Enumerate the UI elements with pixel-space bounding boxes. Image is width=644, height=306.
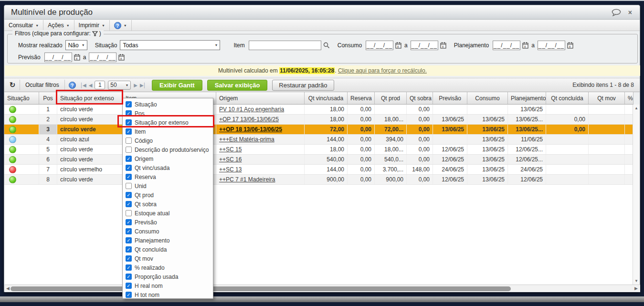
checked-checkbox-icon[interactable]: ✓ <box>126 165 132 171</box>
column-menu-item[interactable]: Estoque atual <box>123 209 213 218</box>
chevron-down-icon[interactable]: ▼ <box>124 24 127 27</box>
checked-checkbox-icon[interactable]: ✓ <box>126 101 132 107</box>
checked-checkbox-icon[interactable]: ✓ <box>126 283 132 289</box>
table-row[interactable]: 7círculo vermelho++SC 13144,000,003.700,… <box>4 165 633 175</box>
column-menu-item[interactable]: ✓Planejamento <box>123 236 213 245</box>
column-menu-item[interactable]: Descrição do produto/serviço <box>123 145 213 154</box>
column-header-consumo[interactable]: Consumo <box>467 92 508 105</box>
column-header-pos[interactable]: Pos <box>39 92 57 105</box>
checked-checkbox-icon[interactable]: ✓ <box>126 237 132 243</box>
page-number-input[interactable]: 1 <box>95 81 105 89</box>
menu-consultar[interactable]: Consultar▼ <box>4 20 43 31</box>
column-menu-item[interactable]: ✓H tot nom <box>123 290 213 299</box>
column-menu-item[interactable]: Unid <box>123 181 213 190</box>
column-header-qt_prod[interactable]: Qt prod <box>375 92 407 105</box>
scroll-up-icon[interactable]: ▲ <box>634 106 638 110</box>
calendar-icon[interactable]: 8 <box>522 42 528 49</box>
checked-checkbox-icon[interactable]: ✓ <box>126 174 132 180</box>
origem-link[interactable]: +OP 17 13/06-13/06/25 <box>219 116 279 123</box>
checked-checkbox-icon[interactable]: ✓ <box>126 192 132 198</box>
origem-link[interactable]: ++SC 16 <box>219 156 242 163</box>
origem-link[interactable]: ++SC 15 <box>219 146 242 153</box>
unchecked-checkbox-icon[interactable] <box>126 147 132 153</box>
close-icon[interactable]: × <box>628 9 632 16</box>
filter-funnel-icon[interactable] <box>92 31 98 36</box>
checked-checkbox-icon[interactable]: ✓ <box>126 255 132 262</box>
checked-checkbox-icon[interactable]: ✓ <box>126 274 132 280</box>
column-menu-item[interactable]: ✓Previsão <box>123 218 213 227</box>
column-menu-item[interactable]: ✓Qt sobra <box>123 200 213 209</box>
origem-link[interactable]: PV 10 #1 Aço engenharia <box>219 106 284 113</box>
help-icon[interactable]: ? <box>114 22 121 29</box>
column-menu-item[interactable]: ✓H real nom <box>123 281 213 290</box>
menu-help[interactable]: ?▼ <box>110 20 132 31</box>
unchecked-checkbox-icon[interactable] <box>126 183 132 189</box>
column-menu-item[interactable]: ✓Item <box>123 127 213 136</box>
calendar-icon[interactable]: 8 <box>440 42 446 49</box>
previsao-to-input[interactable]: __/__/__ <box>89 53 116 62</box>
origem-link[interactable]: ++PC 7 #1 Madeireira <box>219 176 275 183</box>
planejamento-to-input[interactable]: __/__/__ <box>538 41 565 50</box>
page-size-select[interactable]: 50▼ <box>108 81 131 90</box>
situacao-select[interactable]: Todas▼ <box>120 40 220 50</box>
column-header-origem[interactable]: Origem <box>216 92 305 105</box>
item-input[interactable] <box>249 41 321 50</box>
consumo-to-input[interactable]: __/__/__ <box>411 41 438 50</box>
first-page-icon[interactable]: │◀ <box>80 83 86 88</box>
horizontal-scroll-thumb[interactable] <box>11 286 511 291</box>
table-row[interactable]: 8círculo verde++PC 7 #1 Madeireira900,00… <box>4 175 633 185</box>
column-menu-item[interactable]: ✓Consumo <box>123 227 213 236</box>
column-menu-item[interactable]: ✓Reserva <box>123 172 213 181</box>
column-header-qt_vinc[interactable]: Qt vinc/usada <box>305 92 348 105</box>
scroll-down-icon[interactable]: ▼ <box>634 279 638 283</box>
mostrar-realizado-select[interactable]: Não▼ <box>65 40 87 50</box>
column-header-previsao[interactable]: Previsão <box>433 92 467 105</box>
calendar-icon[interactable]: 8 <box>567 42 573 49</box>
vertical-scrollbar[interactable]: ▲ ▼ <box>633 105 640 285</box>
column-header-planejamento[interactable]: Planejamento <box>508 92 546 105</box>
chat-icon[interactable] <box>612 9 622 16</box>
unchecked-checkbox-icon[interactable] <box>126 137 132 144</box>
origem-link[interactable]: ++SC 13 <box>219 166 242 173</box>
column-header-qt_mov[interactable]: Qt mov <box>589 92 625 105</box>
consumo-from-input[interactable]: __/__/__ <box>366 41 393 50</box>
help-icon[interactable]: ? <box>69 82 76 89</box>
column-header-situacao[interactable]: Situação <box>4 92 39 105</box>
table-row[interactable]: 1círculo verdePV 10 #1 Aço engenharia18,… <box>4 105 633 115</box>
column-header-qt_concluida[interactable]: Qt concluída <box>546 92 589 105</box>
origem-link[interactable]: +++Est Matéria-prima <box>219 136 274 143</box>
table-row[interactable]: 4círculo azul+++Est Matéria-prima144,000… <box>4 135 633 145</box>
table-row[interactable]: 6círculo verde++SC 16540,000,00540,0...0… <box>4 155 633 165</box>
column-menu-item[interactable]: ✓Qt vinc/usada <box>123 163 213 172</box>
table-row[interactable]: 3círculo verde++OP 18 13/06-13/06/2572,0… <box>4 125 633 135</box>
column-menu-item[interactable]: Código <box>123 136 213 145</box>
calendar-icon[interactable]: 8 <box>118 54 125 61</box>
checked-checkbox-icon[interactable]: ✓ <box>126 246 132 253</box>
checked-checkbox-icon[interactable]: ✓ <box>126 228 132 234</box>
checked-checkbox-icon[interactable]: ✓ <box>126 219 132 225</box>
previsao-from-input[interactable]: __/__/__ <box>44 53 72 62</box>
column-menu-item[interactable]: ✓Qt concluída <box>123 245 213 254</box>
column-header-qt_sobra[interactable]: Qt sobra <box>407 92 433 105</box>
column-menu-item[interactable]: ✓Qt mov <box>123 254 213 263</box>
scroll-left-icon[interactable]: ◀ <box>6 286 10 291</box>
calendar-icon[interactable]: 8 <box>395 42 401 49</box>
last-page-icon[interactable]: ▶│ <box>140 83 146 88</box>
column-menu-item[interactable]: ✓Situação <box>123 100 213 109</box>
checked-checkbox-icon[interactable]: ✓ <box>126 292 132 298</box>
table-row[interactable]: 2círculo verde+OP 17 13/06-13/06/2518,00… <box>4 115 633 125</box>
show-gantt-button[interactable]: Exibir Gantt <box>152 80 202 91</box>
prev-page-icon[interactable]: ◀ <box>89 83 92 88</box>
origem-link[interactable]: ++OP 18 13/06-13/06/25 <box>219 126 282 133</box>
menu-acoes[interactable]: Ações▼ <box>43 20 74 31</box>
checked-checkbox-icon[interactable]: ✓ <box>126 156 132 162</box>
search-icon[interactable] <box>323 42 330 49</box>
unchecked-checkbox-icon[interactable] <box>126 210 132 216</box>
checked-checkbox-icon[interactable]: ✓ <box>126 201 132 207</box>
checked-checkbox-icon[interactable]: ✓ <box>126 264 132 271</box>
column-menu-item[interactable]: ✓Proporção usada <box>123 272 213 281</box>
scroll-right-icon[interactable]: ▶ <box>634 286 638 291</box>
table-row[interactable]: 5círculo verde++SC 1518,000,0018,00...0,… <box>4 145 633 155</box>
hide-filters-button[interactable]: Ocultar filtros <box>21 79 63 91</box>
column-header-reserva[interactable]: Reserva <box>348 92 375 105</box>
